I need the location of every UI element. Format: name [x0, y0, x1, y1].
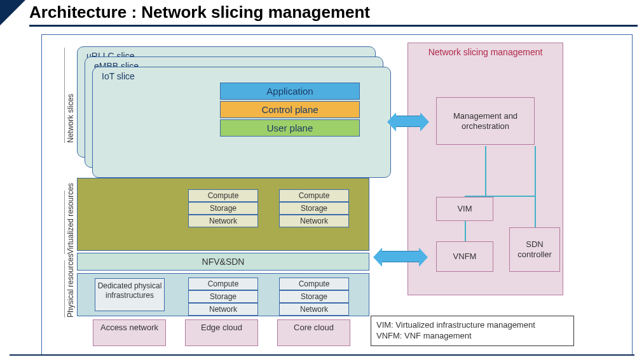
- cell-compute: Compute: [188, 278, 258, 290]
- nfv-sdn-bar: NFV&SDN: [77, 253, 369, 271]
- cell-compute: Compute: [279, 189, 349, 202]
- vim-box: VIM: [436, 197, 493, 221]
- plane-control: Control plane: [220, 101, 360, 118]
- dedicated-infra-box: Dedicated physical infrastructures: [95, 278, 165, 311]
- physical-resource-stack-edge: Compute Storage Network: [188, 278, 258, 316]
- row-label-virtualized-resources: Virtualized resources: [64, 191, 75, 254]
- plane-application: Application: [220, 83, 360, 100]
- connector-line: [535, 146, 536, 227]
- column-label-access: Access network: [93, 319, 166, 346]
- cell-network: Network: [188, 215, 258, 227]
- legend-line-vnfm: VNFM: VNF management: [376, 330, 568, 341]
- connector-line: [465, 221, 466, 241]
- connector-line: [465, 196, 486, 197]
- mano-box: Management and orchestration: [436, 97, 535, 145]
- row-label-physical-resources: Physical resources: [64, 260, 75, 318]
- bidirectional-arrow-icon: [381, 251, 420, 262]
- plane-user: User plane: [220, 119, 360, 137]
- page-title: Architecture : Network slicing managemen…: [29, 3, 638, 27]
- cell-storage: Storage: [188, 202, 258, 215]
- cell-network: Network: [279, 303, 349, 316]
- cell-network: Network: [279, 215, 349, 227]
- cell-compute: Compute: [279, 278, 349, 290]
- slide-corner-accent: [0, 0, 25, 25]
- legend-line-vim: VIM: Virtualized infrastructure manageme…: [376, 319, 568, 330]
- connector-line: [485, 196, 536, 197]
- connector-line: [485, 146, 486, 197]
- row-label-network-slices: Network slices: [64, 48, 75, 143]
- cell-storage: Storage: [188, 290, 258, 303]
- physical-resource-stack-core: Compute Storage Network: [279, 278, 349, 316]
- column-label-edge: Edge cloud: [185, 319, 258, 346]
- diagram-canvas: Network slices Virtualized resources Phy…: [41, 34, 633, 355]
- cell-storage: Storage: [279, 290, 349, 303]
- bidirectional-arrow-icon: [395, 116, 421, 127]
- cell-storage: Storage: [279, 202, 349, 215]
- slice-name: IoT slice: [99, 70, 384, 83]
- legend-box: VIM: Virtualized infrastructure manageme…: [371, 316, 574, 346]
- virtual-resource-stack-edge: Compute Storage Network: [188, 189, 258, 227]
- virtual-resource-stack-core: Compute Storage Network: [279, 189, 349, 227]
- sdn-controller-box: SDN controller: [509, 227, 560, 272]
- management-panel-title: Network slicing management: [408, 47, 563, 57]
- cell-network: Network: [188, 303, 258, 316]
- column-label-core: Core cloud: [277, 319, 350, 346]
- vnfm-box: VNFM: [436, 241, 493, 272]
- plane-stack: Application Control plane User plane: [220, 83, 360, 138]
- footer-rule: [10, 354, 634, 356]
- cell-compute: Compute: [188, 189, 258, 202]
